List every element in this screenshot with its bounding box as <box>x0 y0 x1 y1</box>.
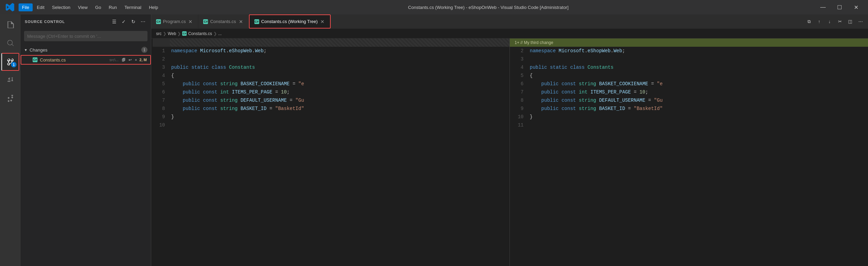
stage-changes-icon[interactable]: + <box>134 57 138 63</box>
diff-editor: 1 namespace Microsoft.eShopWeb.Web; 2 3 … <box>151 38 868 266</box>
changes-count: 1 <box>141 47 147 53</box>
working-tree-header-text: 1+ // My third change <box>515 40 553 45</box>
menu-view[interactable]: View <box>75 3 91 11</box>
activity-bar: 1 <box>0 14 21 266</box>
right-line-10: 10 } <box>510 113 868 121</box>
activity-run-debug[interactable] <box>1 71 19 89</box>
navigate-down-icon[interactable]: ↓ <box>825 17 834 26</box>
code-line-8: 8 public const string BASKET_ID = "Baske… <box>151 104 509 113</box>
working-tree-cs-icon: C# <box>254 19 259 24</box>
sidebar-header: SOURCE CONTROL ☰ ✓ ↻ ⋯ <box>21 14 151 29</box>
activity-extensions[interactable] <box>1 90 19 108</box>
breadcrumb-sep-3: ❯ <box>213 31 217 36</box>
menu-terminal[interactable]: Terminal <box>121 3 145 11</box>
breadcrumb-file[interactable]: Constants.cs <box>188 31 212 36</box>
menu-edit[interactable]: Edit <box>33 3 48 11</box>
window-controls: — ☐ ✕ <box>815 2 864 12</box>
program-cs-icon: C# <box>156 19 161 24</box>
working-tree-header: 1+ // My third change <box>510 38 868 47</box>
breadcrumb-cs-icon: C# <box>182 31 187 36</box>
file-name: Constants.cs <box>40 57 109 63</box>
right-line-5: 5 { <box>510 71 868 80</box>
changed-file-item[interactable]: C# Constants.cs src\... 🗐 ↩ + 2, M <box>21 55 151 65</box>
breadcrumb-more[interactable]: ... <box>218 31 222 36</box>
code-editor-right[interactable]: 2 namespace Microsoft.eShopWeb.Web; 3 4 … <box>510 47 868 266</box>
tab-close-constants-cs[interactable]: ✕ <box>238 19 244 24</box>
menu-run[interactable]: Run <box>105 3 120 11</box>
sidebar-actions: ☰ ✓ ↻ ⋯ <box>110 18 147 25</box>
code-line-2: 2 <box>151 55 509 63</box>
code-editor-left[interactable]: 1 namespace Microsoft.eShopWeb.Web; 2 3 … <box>151 38 509 266</box>
tab-close-working-tree[interactable]: ✕ <box>320 19 325 24</box>
more-actions-icon[interactable]: ⋯ <box>139 18 147 25</box>
right-line-8: 8 public const string DEFAULT_USERNAME =… <box>510 96 868 104</box>
code-line-3: 3 public static class Constants <box>151 63 509 71</box>
split-editor-icon[interactable]: ⧉ <box>804 17 814 26</box>
tab-close-program-cs[interactable]: ✕ <box>188 19 193 24</box>
code-line-1: 1 namespace Microsoft.eShopWeb.Web; <box>151 47 509 55</box>
changes-header[interactable]: ▼ Changes 1 <box>21 45 151 55</box>
file-path: src\... <box>109 58 119 62</box>
editor-area: C# Program.cs ✕ C# Constants.cs ✕ C# Con… <box>151 14 868 266</box>
right-line-3: 3 <box>510 55 868 63</box>
window-title: Constants.cs (Working Tree) - eShopOnWeb… <box>162 5 815 10</box>
menu-go[interactable]: Go <box>92 3 105 11</box>
right-line-7: 7 public const int ITEMS_PER_PAGE = 10; <box>510 88 868 96</box>
vscode-logo <box>4 1 16 13</box>
right-line-2: 2 namespace Microsoft.eShopWeb.Web; <box>510 47 868 55</box>
minimize-button[interactable]: — <box>815 2 831 12</box>
open-file-icon[interactable]: 🗐 <box>121 57 127 63</box>
editor-layout-icon[interactable]: ◫ <box>845 17 855 26</box>
breadcrumb-sep-1: ❯ <box>163 31 166 36</box>
tab-bar: C# Program.cs ✕ C# Constants.cs ✕ C# Con… <box>151 14 868 29</box>
maximize-button[interactable]: ☐ <box>832 2 847 12</box>
tab-label-program-cs: Program.cs <box>163 19 186 24</box>
editor-pane-left: 1 namespace Microsoft.eShopWeb.Web; 2 3 … <box>151 38 509 266</box>
tab-label-working-tree: Constants.cs (Working Tree) <box>261 19 318 24</box>
code-line-4: 4 { <box>151 71 509 80</box>
close-button[interactable]: ✕ <box>848 2 864 12</box>
titlebar: File Edit Selection View Go Run Terminal… <box>0 0 868 14</box>
activity-source-control[interactable]: 1 <box>1 53 19 71</box>
checkmark-icon[interactable]: ✓ <box>120 18 128 25</box>
code-line-5: 5 public const string BASKET_COOKIENAME … <box>151 80 509 88</box>
tab-label-constants-cs: Constants.cs <box>210 19 236 24</box>
discard-changes-icon[interactable]: ↩ <box>128 57 133 63</box>
constants-cs-icon: C# <box>203 19 208 24</box>
navigate-up-icon[interactable]: ↑ <box>814 17 824 26</box>
breadcrumb-web[interactable]: Web <box>168 31 176 36</box>
menu-file[interactable]: File <box>19 3 33 11</box>
right-line-6: 6 public const string BASKET_COOKIENAME … <box>510 80 868 88</box>
menu-selection[interactable]: Selection <box>48 3 74 11</box>
tab-constants-cs[interactable]: C# Constants.cs ✕ <box>198 14 249 29</box>
refresh-icon[interactable]: ↻ <box>130 18 137 25</box>
commit-message-input[interactable] <box>24 31 147 41</box>
breadcrumb-sep-2: ❯ <box>177 31 181 36</box>
tab-constants-working-tree[interactable]: C# Constants.cs (Working Tree) ✕ <box>249 14 331 29</box>
tab-program-cs[interactable]: C# Program.cs ✕ <box>151 14 198 29</box>
tab-right-actions: ⧉ ↑ ↓ ✂ ◫ ⋯ <box>801 17 868 26</box>
file-actions: 🗐 ↩ + <box>121 57 138 63</box>
breadcrumb: src ❯ Web ❯ C# Constants.cs ❯ ... <box>151 29 868 38</box>
menu-bar: File Edit Selection View Go Run Terminal… <box>19 3 162 11</box>
list-icon[interactable]: ☰ <box>110 18 118 25</box>
sidebar: SOURCE CONTROL ☰ ✓ ↻ ⋯ ▼ Changes 1 C# Co… <box>21 14 151 266</box>
sidebar-title: SOURCE CONTROL <box>25 20 110 24</box>
deleted-line <box>151 38 509 47</box>
changes-label: Changes <box>30 47 141 53</box>
editor-pane-right: 1+ // My third change 2 namespace Micros… <box>509 38 868 266</box>
code-line-6: 6 public const int ITEMS_PER_PAGE = 10; <box>151 88 509 96</box>
activity-explorer[interactable] <box>1 16 19 34</box>
code-line-9: 9 } <box>151 113 509 121</box>
breadcrumb-src[interactable]: src <box>156 31 162 36</box>
settings-icon[interactable]: ✂ <box>835 17 845 26</box>
activity-search[interactable] <box>1 34 19 52</box>
code-line-10: 10 <box>151 121 509 129</box>
file-cs-icon: C# <box>32 57 38 63</box>
menu-help[interactable]: Help <box>145 3 162 11</box>
more-editor-actions[interactable]: ⋯ <box>856 17 865 26</box>
change-indicator: 2, M <box>140 58 147 62</box>
source-control-badge: 1 <box>11 62 17 67</box>
right-line-4: 4 public static class Constants <box>510 63 868 71</box>
chevron-icon: ▼ <box>24 48 28 52</box>
